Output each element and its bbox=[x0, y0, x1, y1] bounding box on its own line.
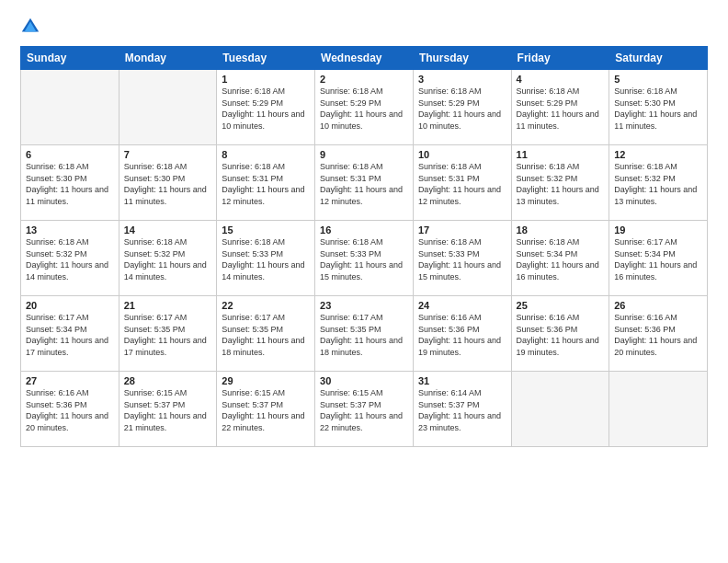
calendar-cell: 28Sunrise: 6:15 AMSunset: 5:37 PMDayligh… bbox=[119, 372, 217, 447]
weekday-header: Tuesday bbox=[217, 47, 315, 70]
weekday-header: Thursday bbox=[413, 47, 511, 70]
day-info: Sunrise: 6:17 AMSunset: 5:34 PMDaylight:… bbox=[614, 236, 702, 282]
day-number: 19 bbox=[614, 224, 702, 236]
calendar-cell: 21Sunrise: 6:17 AMSunset: 5:35 PMDayligh… bbox=[119, 296, 217, 372]
weekday-header: Sunday bbox=[21, 47, 119, 70]
calendar-cell: 3Sunrise: 6:18 AMSunset: 5:29 PMDaylight… bbox=[413, 70, 511, 145]
day-info: Sunrise: 6:18 AMSunset: 5:33 PMDaylight:… bbox=[418, 236, 506, 282]
day-info: Sunrise: 6:17 AMSunset: 5:35 PMDaylight:… bbox=[320, 312, 408, 358]
calendar-week-row: 1Sunrise: 6:18 AMSunset: 5:29 PMDaylight… bbox=[21, 70, 708, 145]
day-info: Sunrise: 6:18 AMSunset: 5:29 PMDaylight:… bbox=[418, 86, 506, 132]
calendar-cell: 27Sunrise: 6:16 AMSunset: 5:36 PMDayligh… bbox=[21, 372, 119, 447]
weekday-header: Friday bbox=[511, 47, 609, 70]
day-number: 23 bbox=[320, 300, 408, 311]
day-number: 25 bbox=[517, 300, 605, 311]
calendar-header-row: SundayMondayTuesdayWednesdayThursdayFrid… bbox=[21, 47, 708, 70]
day-number: 28 bbox=[124, 375, 212, 386]
calendar-cell: 17Sunrise: 6:18 AMSunset: 5:33 PMDayligh… bbox=[413, 221, 511, 296]
calendar-cell bbox=[119, 70, 217, 145]
day-info: Sunrise: 6:16 AMSunset: 5:36 PMDaylight:… bbox=[26, 387, 114, 433]
calendar-cell: 18Sunrise: 6:18 AMSunset: 5:34 PMDayligh… bbox=[511, 221, 609, 296]
day-number: 11 bbox=[517, 149, 605, 160]
calendar-cell: 5Sunrise: 6:18 AMSunset: 5:30 PMDaylight… bbox=[609, 70, 708, 145]
day-number: 13 bbox=[26, 224, 114, 236]
weekday-header: Monday bbox=[119, 47, 217, 70]
day-info: Sunrise: 6:18 AMSunset: 5:30 PMDaylight:… bbox=[614, 86, 702, 132]
day-info: Sunrise: 6:18 AMSunset: 5:31 PMDaylight:… bbox=[320, 161, 408, 207]
calendar-cell: 14Sunrise: 6:18 AMSunset: 5:32 PMDayligh… bbox=[119, 221, 217, 296]
calendar-cell: 19Sunrise: 6:17 AMSunset: 5:34 PMDayligh… bbox=[609, 221, 708, 296]
weekday-header: Wednesday bbox=[315, 47, 414, 70]
calendar-cell: 16Sunrise: 6:18 AMSunset: 5:33 PMDayligh… bbox=[315, 221, 414, 296]
calendar-cell: 7Sunrise: 6:18 AMSunset: 5:30 PMDaylight… bbox=[119, 145, 217, 221]
day-number: 10 bbox=[418, 149, 506, 160]
day-number: 18 bbox=[517, 224, 605, 236]
calendar-cell: 22Sunrise: 6:17 AMSunset: 5:35 PMDayligh… bbox=[217, 296, 315, 372]
day-info: Sunrise: 6:18 AMSunset: 5:33 PMDaylight:… bbox=[222, 236, 310, 282]
day-info: Sunrise: 6:17 AMSunset: 5:34 PMDaylight:… bbox=[26, 312, 114, 358]
day-number: 1 bbox=[222, 74, 310, 85]
calendar-week-row: 20Sunrise: 6:17 AMSunset: 5:34 PMDayligh… bbox=[21, 296, 708, 372]
day-info: Sunrise: 6:18 AMSunset: 5:29 PMDaylight:… bbox=[517, 86, 605, 132]
day-number: 12 bbox=[614, 149, 702, 160]
day-number: 6 bbox=[26, 149, 114, 160]
day-info: Sunrise: 6:18 AMSunset: 5:31 PMDaylight:… bbox=[418, 161, 506, 207]
calendar-cell: 29Sunrise: 6:15 AMSunset: 5:37 PMDayligh… bbox=[217, 372, 315, 447]
day-info: Sunrise: 6:15 AMSunset: 5:37 PMDaylight:… bbox=[320, 387, 408, 433]
calendar-week-row: 13Sunrise: 6:18 AMSunset: 5:32 PMDayligh… bbox=[21, 221, 708, 296]
logo-icon bbox=[20, 17, 40, 37]
day-info: Sunrise: 6:18 AMSunset: 5:32 PMDaylight:… bbox=[614, 161, 702, 207]
day-number: 21 bbox=[124, 300, 212, 311]
logo bbox=[20, 17, 44, 37]
day-number: 30 bbox=[320, 375, 408, 386]
day-number: 9 bbox=[320, 149, 408, 160]
header bbox=[20, 17, 708, 37]
day-number: 16 bbox=[320, 224, 408, 236]
page: SundayMondayTuesdayWednesdayThursdayFrid… bbox=[0, 0, 728, 563]
calendar-cell: 9Sunrise: 6:18 AMSunset: 5:31 PMDaylight… bbox=[315, 145, 414, 221]
day-number: 4 bbox=[517, 74, 605, 85]
calendar-week-row: 27Sunrise: 6:16 AMSunset: 5:36 PMDayligh… bbox=[21, 372, 708, 447]
day-number: 29 bbox=[222, 375, 310, 386]
calendar-cell: 31Sunrise: 6:14 AMSunset: 5:37 PMDayligh… bbox=[413, 372, 511, 447]
day-number: 31 bbox=[418, 375, 506, 386]
calendar-cell bbox=[511, 372, 609, 447]
calendar-table: SundayMondayTuesdayWednesdayThursdayFrid… bbox=[20, 46, 708, 447]
day-number: 24 bbox=[418, 300, 506, 311]
day-info: Sunrise: 6:16 AMSunset: 5:36 PMDaylight:… bbox=[517, 312, 605, 358]
day-info: Sunrise: 6:18 AMSunset: 5:30 PMDaylight:… bbox=[26, 161, 114, 207]
calendar-cell: 1Sunrise: 6:18 AMSunset: 5:29 PMDaylight… bbox=[217, 70, 315, 145]
day-number: 17 bbox=[418, 224, 506, 236]
day-number: 22 bbox=[222, 300, 310, 311]
calendar-cell: 11Sunrise: 6:18 AMSunset: 5:32 PMDayligh… bbox=[511, 145, 609, 221]
day-number: 14 bbox=[124, 224, 212, 236]
day-number: 8 bbox=[222, 149, 310, 160]
day-number: 7 bbox=[124, 149, 212, 160]
day-info: Sunrise: 6:18 AMSunset: 5:29 PMDaylight:… bbox=[222, 86, 310, 132]
day-info: Sunrise: 6:18 AMSunset: 5:32 PMDaylight:… bbox=[124, 236, 212, 282]
calendar-cell: 6Sunrise: 6:18 AMSunset: 5:30 PMDaylight… bbox=[21, 145, 119, 221]
day-info: Sunrise: 6:18 AMSunset: 5:29 PMDaylight:… bbox=[320, 86, 408, 132]
day-number: 27 bbox=[26, 375, 114, 386]
day-info: Sunrise: 6:15 AMSunset: 5:37 PMDaylight:… bbox=[222, 387, 310, 433]
calendar-cell: 30Sunrise: 6:15 AMSunset: 5:37 PMDayligh… bbox=[315, 372, 414, 447]
calendar-cell: 10Sunrise: 6:18 AMSunset: 5:31 PMDayligh… bbox=[413, 145, 511, 221]
day-number: 15 bbox=[222, 224, 310, 236]
day-info: Sunrise: 6:18 AMSunset: 5:31 PMDaylight:… bbox=[222, 161, 310, 207]
day-number: 26 bbox=[614, 300, 702, 311]
day-number: 5 bbox=[614, 74, 702, 85]
day-info: Sunrise: 6:18 AMSunset: 5:30 PMDaylight:… bbox=[124, 161, 212, 207]
calendar-cell bbox=[609, 372, 708, 447]
calendar-cell: 13Sunrise: 6:18 AMSunset: 5:32 PMDayligh… bbox=[21, 221, 119, 296]
day-number: 2 bbox=[320, 74, 408, 85]
day-info: Sunrise: 6:16 AMSunset: 5:36 PMDaylight:… bbox=[418, 312, 506, 358]
calendar-cell: 8Sunrise: 6:18 AMSunset: 5:31 PMDaylight… bbox=[217, 145, 315, 221]
calendar-cell bbox=[21, 70, 119, 145]
day-info: Sunrise: 6:18 AMSunset: 5:32 PMDaylight:… bbox=[517, 161, 605, 207]
calendar-cell: 24Sunrise: 6:16 AMSunset: 5:36 PMDayligh… bbox=[413, 296, 511, 372]
day-info: Sunrise: 6:16 AMSunset: 5:36 PMDaylight:… bbox=[614, 312, 702, 358]
weekday-header: Saturday bbox=[609, 47, 708, 70]
day-info: Sunrise: 6:18 AMSunset: 5:32 PMDaylight:… bbox=[26, 236, 114, 282]
calendar-cell: 25Sunrise: 6:16 AMSunset: 5:36 PMDayligh… bbox=[511, 296, 609, 372]
day-info: Sunrise: 6:18 AMSunset: 5:33 PMDaylight:… bbox=[320, 236, 408, 282]
